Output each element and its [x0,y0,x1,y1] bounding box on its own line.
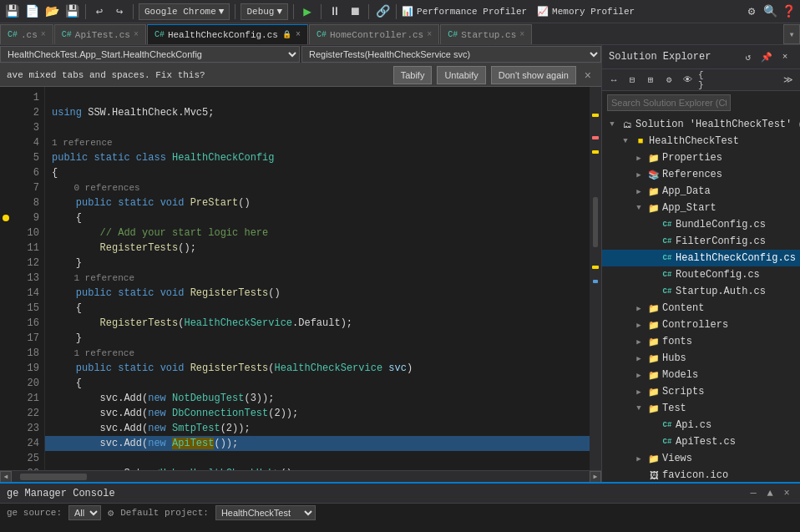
se-controllers-item[interactable]: ▶ 📁 Controllers [602,317,800,333]
se-hcc-chevron [646,254,659,262]
tab-apitest-icon: C# [62,30,72,39]
default-project-select[interactable]: HealthCheckTest [215,505,316,520]
se-models-item[interactable]: ▶ 📁 Models [602,367,800,383]
help-icon[interactable]: ❓ [780,3,797,20]
se-healthcheckconfig-item[interactable]: C# HealthCheckConfig.cs [602,250,800,266]
tab-homecontroller[interactable]: C# HomeController.cs × [309,24,439,44]
se-project-chevron: ▼ [619,137,632,145]
se-pin-btn[interactable]: 📌 [758,48,775,65]
se-appdata-label: App_Data [662,185,711,197]
se-search-input[interactable] [607,94,731,111]
new-icon[interactable]: 📄 [23,3,40,20]
h-scrollbar-thumb[interactable] [20,474,87,480]
se-bundleconfig-item[interactable]: C# BundleConfig.cs [602,216,800,233]
se-startupauth-item[interactable]: C# Startup.Auth.cs [602,283,800,300]
se-appstart-item[interactable]: ▼ 📁 App_Start [602,200,800,216]
search-icon[interactable]: 🔍 [762,3,778,20]
package-source-select[interactable]: All [68,505,101,520]
bottom-minimize-btn[interactable]: ─ [747,487,760,500]
scroll-right-btn[interactable]: ▶ [590,471,601,483]
tab-startup[interactable]: C# Startup.cs × [440,24,532,44]
se-filterconfig-item[interactable]: C# FilterConfig.cs [602,233,800,250]
settings-icon[interactable]: ⚙ [743,3,760,20]
tab-overflow-btn[interactable]: ▾ [783,24,800,44]
se-solution-icon: 🗂 [620,119,634,130]
dont-show-button[interactable]: Don't show again [491,66,576,84]
change-marker1 [592,150,599,154]
se-collapse-btn[interactable]: ⊟ [624,72,641,89]
line-numbers: 1 2 3 4 5 6 7 8 9 10 11 12 13 14 15 16 1 [12,87,45,470]
se-routeconfig-icon: C# [661,271,674,279]
info-marker [593,280,598,283]
change-marker2 [592,266,599,269]
undo-icon[interactable]: ↩ [91,3,108,20]
package-settings-btn[interactable]: ⚙ [108,507,114,519]
tabify-button[interactable]: Tabify [393,66,433,84]
scrollbar-thumb[interactable] [593,197,598,247]
tab-healthcheckconfig[interactable]: C# HealthCheckConfig.cs 🔒 × [147,24,308,44]
tab-cs-close[interactable]: × [41,30,46,39]
h-scrollbar[interactable]: ◀ ▶ [0,470,601,482]
se-preview-btn[interactable]: 👁 [679,72,696,89]
warning-close-button[interactable]: × [581,68,595,82]
package-source-label: ge source: [7,508,62,518]
se-header: Solution Explorer ↺ 📌 × [602,45,800,69]
method-nav-dropdown[interactable]: RegisterTests(HealthCheckService svc) [301,46,601,63]
se-appdata-item[interactable]: ▶ 📁 App_Data [602,183,800,200]
se-references-chevron: ▶ [632,170,646,180]
se-controllers-icon: 📁 [647,320,661,331]
se-content-item[interactable]: ▶ 📁 Content [602,300,800,317]
class-nav-dropdown[interactable]: HealthCheckTest.App_Start.HealthCheckCon… [0,46,300,63]
code-editor[interactable]: 1 2 3 4 5 6 7 8 9 10 11 12 13 14 15 16 1 [0,87,601,470]
se-scripts-item[interactable]: ▶ 📁 Scripts [602,383,800,400]
se-views-item[interactable]: ▶ 📁 Views [602,450,800,467]
se-routeconfig-item[interactable]: C# RouteConfig.cs [602,266,800,283]
play-button[interactable]: ▶ [299,3,316,20]
se-api-item[interactable]: C# Api.cs [602,417,800,433]
tab-hc-close[interactable]: × [427,30,432,39]
se-hubs-item[interactable]: ▶ 📁 Hubs [602,350,800,367]
se-close-btn[interactable]: × [777,48,793,65]
se-filter-btn[interactable]: ⊞ [642,72,659,89]
se-sync-btn[interactable]: ↔ [605,72,622,89]
se-test-item[interactable]: ▼ 📁 Test [602,400,800,417]
tab-hcc-close[interactable]: × [296,30,301,39]
se-fonts-label: fonts [662,336,692,347]
bottom-maximize-btn[interactable]: ▲ [763,487,777,500]
perf-profiler-btn[interactable]: 📊 Performance Profiler [402,6,527,17]
pause-icon[interactable]: ⏸ [327,3,343,20]
open-icon[interactable]: 📂 [43,3,60,20]
scroll-left-btn[interactable]: ◀ [0,471,12,483]
se-favicon-item[interactable]: 🖼 favicon.ico [602,467,800,482]
sep3 [235,4,235,19]
se-fonts-item[interactable]: ▶ 📁 fonts [602,333,800,350]
save-all-icon[interactable]: 💾 [63,3,80,20]
tab-startup-close[interactable]: × [519,30,524,39]
se-properties-btn[interactable]: ⚙ [661,72,677,89]
code-content[interactable]: using SSW.HealthCheck.Mvc5; 1 reference … [45,87,590,470]
mem-profiler-btn[interactable]: 📈 Memory Profiler [537,6,635,17]
bottom-close-btn[interactable]: × [780,487,793,500]
se-content-label: Content [662,302,704,314]
se-properties-item[interactable]: ▶ 📁 Properties [602,149,800,166]
se-solution-item[interactable]: ▼ 🗂 Solution 'HealthCheckTest' (1 projec… [602,116,800,133]
untabify-button[interactable]: Untabify [437,66,485,84]
se-appdata-chevron: ▶ [632,187,646,196]
attach-icon[interactable]: 🔗 [374,3,391,20]
redo-icon[interactable]: ↪ [111,3,128,20]
tab-apitest-close[interactable]: × [134,30,139,39]
save-icon[interactable]: 💾 [3,3,20,20]
se-project-item[interactable]: ▼ ■ HealthCheckTest [602,133,800,149]
stop-icon[interactable]: ⏹ [347,3,363,20]
se-refresh-btn[interactable]: ↺ [740,48,757,65]
build-mode-dropdown[interactable]: Debug ▼ [241,3,288,20]
tab-hcc-icon: C# [154,30,165,39]
se-solution-label: Solution 'HealthCheckTest' (1 project) [635,119,800,130]
se-code-btn[interactable]: { } [697,72,714,89]
se-more-btn[interactable]: ≫ [780,72,797,89]
tab-apitest[interactable]: C# ApiTest.cs × [54,24,146,44]
se-references-item[interactable]: ▶ 📚 References [602,166,800,183]
se-apitest-item[interactable]: C# ApiTest.cs [602,433,800,450]
browser-dropdown[interactable]: Google Chrome ▼ [139,3,230,20]
tab-cs[interactable]: C# .cs × [0,24,53,44]
